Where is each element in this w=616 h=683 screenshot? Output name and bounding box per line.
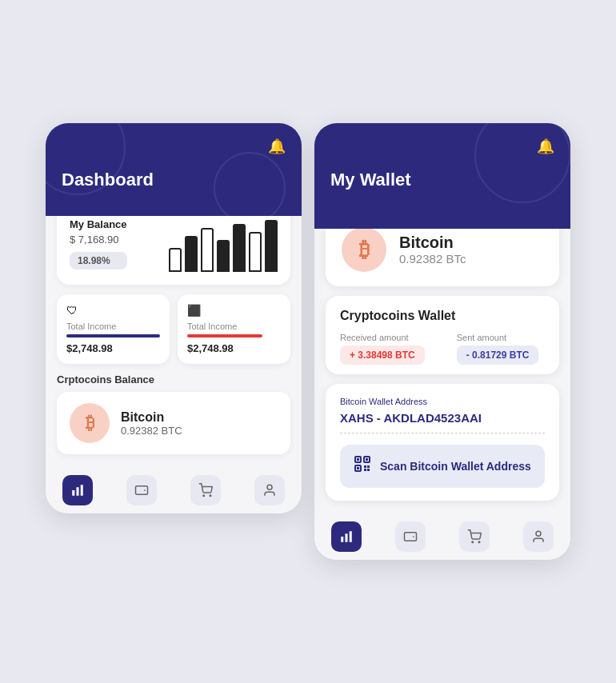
income-icon-2: ⬛ [187,304,281,317]
income-icon-1: 🛡 [66,304,160,317]
svg-rect-10 [366,458,368,461]
nav-wallet-icon[interactable] [126,475,157,505]
income-card-2: ⬛ Total Income $2,748.98 [178,294,290,364]
chart-bar [201,228,214,272]
wallet-body: ₿ Bitcoin 0.92382 BTc Cryptocoins Wallet… [314,213,570,512]
nav-cart-icon[interactable] [190,475,221,505]
svg-rect-0 [72,490,74,496]
dashboard-bottom-nav [46,465,302,513]
wallet-address-label: Bitcoin Wallet Address [340,397,545,406]
wallet-bottom-nav [314,512,570,560]
balance-amount: $ 7,168.90 [70,234,127,246]
svg-rect-17 [341,537,343,542]
wallet-nav-profile-icon[interactable] [523,521,554,552]
sent-col: Sent amount - 0.81729 BTC [457,333,539,361]
dashboard-phone: 🔔 Dashboard My Balance $ 7,168.90 18.98%… [46,123,302,513]
chart-bar [249,232,262,272]
svg-point-4 [203,495,205,497]
cryptocoins-title: Cryptocoins Wallet [340,309,545,323]
circle-decoration-2 [214,152,286,216]
wallet-header: 🔔 My Wallet [314,123,570,229]
sent-badge: - 0.81729 BTC [457,345,539,365]
svg-rect-19 [350,531,352,542]
wallet-circle-decoration [474,123,570,203]
wallet-nav-chart-icon[interactable] [331,521,362,552]
wallet-btc-name: Bitcoin [399,234,466,252]
crypto-info: Bitcoin 0.92382 BTC [121,410,182,437]
notification-icon[interactable]: 🔔 [268,138,286,155]
received-badge: + 3.38498 BTC [340,345,425,365]
wallet-notification-icon[interactable]: 🔔 [537,138,554,155]
svg-rect-8 [357,458,359,461]
svg-rect-1 [77,487,79,496]
income-bar-1 [66,334,160,338]
svg-rect-20 [405,533,417,541]
crypto-card: ₿ Bitcoin 0.92382 BTC [57,392,290,454]
cc-amounts-row: Received amount + 3.38498 BTC Sent amoun… [340,333,545,361]
svg-rect-15 [364,469,366,471]
income-label-2: Total Income [187,322,281,331]
svg-rect-18 [346,533,348,542]
income-row: 🛡 Total Income $2,748.98 ⬛ Total Income … [57,294,290,364]
svg-point-6 [267,485,272,489]
svg-rect-13 [364,465,366,468]
dashboard-header: 🔔 Dashboard [46,123,302,216]
cryptocoins-card: Cryptocoins Wallet Received amount + 3.3… [326,296,559,374]
bar-chart [169,216,278,272]
chart-bar [217,240,230,272]
svg-point-5 [210,495,211,497]
svg-rect-16 [367,469,370,471]
wallet-address-value: XAHS - AKDLAD4523AAI [340,411,545,433]
svg-rect-3 [136,486,148,495]
balance-info: My Balance $ 7,168.90 18.98% [70,218,127,270]
balance-badge: 18.98% [70,252,127,270]
crypto-amount: 0.92382 BTC [121,425,182,437]
wallet-btc-info: Bitcoin 0.92382 BTc [399,234,466,266]
balance-label: My Balance [70,218,127,230]
sent-label: Sent amount [457,333,539,342]
income-amount-2: $2,748.98 [187,342,281,354]
chart-bar [265,220,278,272]
received-label: Received amount [340,333,425,342]
btc-icon: ₿ [70,403,110,443]
received-col: Received amount + 3.38498 BTC [340,333,425,361]
scan-label: Scan Bitcoin Wallet Address [380,460,531,473]
nav-chart-icon[interactable] [62,475,93,505]
income-card-1: 🛡 Total Income $2,748.98 [57,294,170,364]
svg-rect-14 [367,465,370,468]
wallet-nav-cart-icon[interactable] [459,521,490,552]
income-bar-2 [187,334,262,338]
dashboard-body: My Balance $ 7,168.90 18.98% 🛡 Total Inc… [46,203,302,465]
wallet-btc-icon: ₿ [342,227,386,272]
crypto-section-title: Crptocoins Balance [57,373,290,385]
scan-button[interactable]: Scan Bitcoin Wallet Address [340,445,545,488]
chart-bar [169,248,182,272]
chart-bar [185,236,198,272]
svg-rect-2 [81,485,83,496]
crypto-name: Bitcoin [121,410,182,425]
income-amount-1: $2,748.98 [66,342,160,354]
nav-profile-icon[interactable] [254,475,285,505]
income-label-1: Total Income [66,322,160,331]
svg-rect-12 [357,467,359,469]
wallet-address-section: Bitcoin Wallet Address XAHS - AKDLAD4523… [326,384,559,501]
wallet-nav-wallet-icon[interactable] [395,521,426,552]
svg-point-23 [536,531,541,536]
wallet-phone: 🔔 My Wallet ₿ Bitcoin 0.92382 BTc Crypto… [314,123,570,560]
qr-icon [353,454,372,478]
svg-point-21 [472,541,474,543]
wallet-btc-amount: 0.92382 BTc [399,252,466,266]
chart-bar [233,224,246,272]
svg-point-22 [478,541,480,543]
